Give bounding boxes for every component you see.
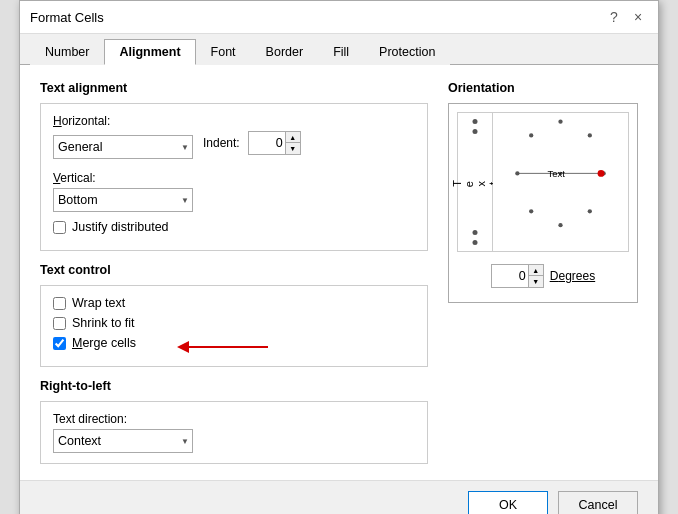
wrap-text-checkbox[interactable] <box>53 297 66 310</box>
indent-row: Indent: ▲ ▼ <box>203 131 301 155</box>
degrees-spin-down[interactable]: ▼ <box>529 276 543 287</box>
orientation-box: T e x t <box>448 103 638 303</box>
tab-alignment[interactable]: Alignment <box>104 39 195 65</box>
svg-point-7 <box>529 133 533 137</box>
tab-number[interactable]: Number <box>30 39 104 65</box>
help-button[interactable]: ? <box>604 7 624 27</box>
left-panel: Text alignment Horizontal: General Left … <box>40 81 428 464</box>
degrees-spin-up[interactable]: ▲ <box>529 265 543 276</box>
indent-spin-down[interactable]: ▼ <box>286 143 300 154</box>
text-alignment-title: Text alignment <box>40 81 428 95</box>
orientation-visual: T e x t <box>457 112 629 252</box>
degrees-label: Degrees <box>550 269 595 283</box>
cancel-button[interactable]: Cancel <box>558 491 638 514</box>
orientation-svg: Text <box>493 113 628 251</box>
indent-input[interactable] <box>249 132 285 154</box>
svg-text:Text: Text <box>548 168 566 179</box>
ok-button[interactable]: OK <box>468 491 548 514</box>
svg-point-9 <box>529 209 533 213</box>
dot-top <box>473 119 478 124</box>
degrees-input[interactable] <box>492 265 528 287</box>
justify-distributed-label: Justify distributed <box>72 220 169 234</box>
rtl-section: Right-to-left Text direction: Context Le… <box>40 379 428 464</box>
vertical-label: Vertical: <box>53 171 415 185</box>
wrap-text-label: Wrap text <box>72 296 125 310</box>
indent-spinner-btns: ▲ ▼ <box>285 132 300 154</box>
text-control-title: Text control <box>40 263 428 277</box>
tab-border[interactable]: Border <box>251 39 319 65</box>
tab-protection[interactable]: Protection <box>364 39 450 65</box>
merge-cells-label: Merge cells <box>72 336 136 350</box>
orientation-title: Orientation <box>448 81 638 95</box>
vertical-row: Top Center Bottom Justify Distributed <box>53 188 415 212</box>
indent-spinner: ▲ ▼ <box>248 131 301 155</box>
justify-distributed-row: Justify distributed <box>53 220 415 234</box>
title-bar: Format Cells ? × <box>20 1 658 34</box>
shrink-to-fit-label: Shrink to fit <box>72 316 135 330</box>
svg-point-6 <box>588 133 592 137</box>
rtl-title: Right-to-left <box>40 379 428 393</box>
dot-bot2 <box>473 230 478 235</box>
merge-cells-checkbox[interactable] <box>53 337 66 350</box>
shrink-to-fit-row: Shrink to fit <box>53 316 415 330</box>
svg-point-8 <box>588 209 592 213</box>
vertical-select-wrapper: Top Center Bottom Justify Distributed <box>53 188 193 212</box>
text-direction-wrapper: Context Left-to-Right Right-to-Left <box>53 429 193 453</box>
text-direction-select[interactable]: Context Left-to-Right Right-to-Left <box>53 429 193 453</box>
arrow-annotation <box>173 332 273 365</box>
horizontal-select-wrapper: General Left Center Right Fill Justify <box>53 135 193 159</box>
dialog-footer: OK Cancel <box>20 480 658 514</box>
dot-top2 <box>473 129 478 134</box>
dialog-content: Text alignment Horizontal: General Left … <box>20 65 658 480</box>
vertical-text-e: e <box>463 179 475 187</box>
indent-spin-up[interactable]: ▲ <box>286 132 300 143</box>
title-controls: ? × <box>604 7 648 27</box>
dialog-title: Format Cells <box>30 10 104 25</box>
tab-bar: Number Alignment Font Border Fill Protec… <box>20 34 658 65</box>
degrees-spinner-btns: ▲ ▼ <box>528 265 543 287</box>
vertical-text-t: T <box>451 178 463 187</box>
tab-font[interactable]: Font <box>196 39 251 65</box>
right-panel: Orientation T e x t <box>448 81 638 464</box>
indent-label: Indent: <box>203 136 240 150</box>
close-button[interactable]: × <box>628 7 648 27</box>
text-direction-label: Text direction: <box>53 412 415 426</box>
shrink-to-fit-checkbox[interactable] <box>53 317 66 330</box>
vertical-text-box: T e x t <box>457 112 493 252</box>
horizontal-label: Horizontal: <box>53 114 415 128</box>
svg-point-2 <box>558 223 562 227</box>
wrap-text-row: Wrap text <box>53 296 415 310</box>
degrees-spinner: ▲ ▼ <box>491 264 544 288</box>
angle-text-box[interactable]: Text <box>493 112 629 252</box>
svg-point-3 <box>558 119 562 123</box>
merge-cells-row: Merge cells <box>53 336 415 350</box>
horizontal-row: General Left Center Right Fill Justify I… <box>53 131 415 163</box>
justify-distributed-checkbox[interactable] <box>53 221 66 234</box>
dot-bot <box>473 240 478 245</box>
degrees-row: ▲ ▼ Degrees <box>491 264 595 288</box>
tab-fill[interactable]: Fill <box>318 39 364 65</box>
vertical-text-x: x <box>475 179 487 187</box>
horizontal-select[interactable]: General Left Center Right Fill Justify <box>53 135 193 159</box>
svg-point-12 <box>598 170 605 177</box>
vertical-select[interactable]: Top Center Bottom Justify Distributed <box>53 188 193 212</box>
